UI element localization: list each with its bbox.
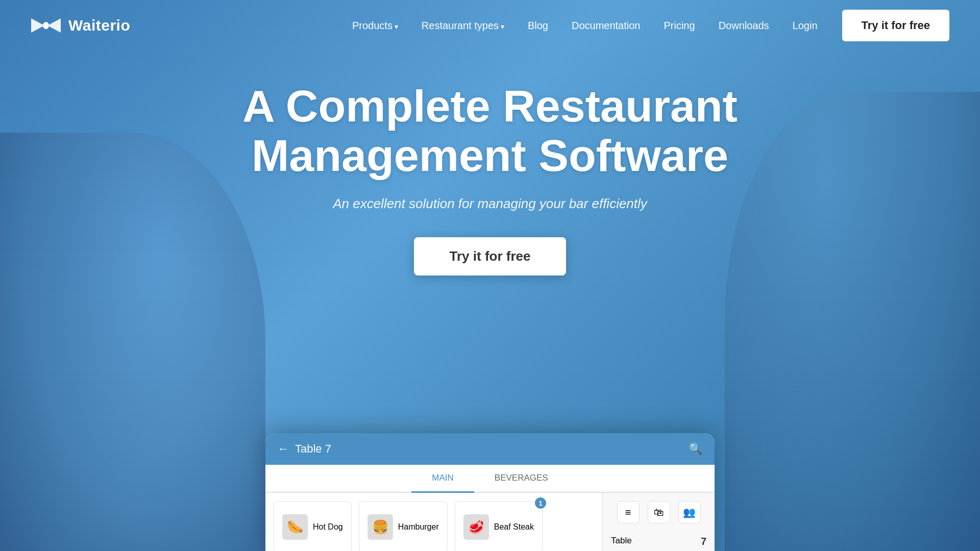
menu-item-hot-dog[interactable]: 🌭 Hot Dog [274,501,352,551]
nav-restaurant-types[interactable]: Restaurant types [412,16,513,36]
svg-point-2 [43,22,49,29]
order-icon-menu[interactable]: ≡ [617,501,640,523]
beef-steak-badge: 1 [535,497,546,509]
tab-beverages[interactable]: BEVERAGES [474,465,569,493]
order-panel-icons: ≡ 🛍 👥 [611,501,706,523]
hot-dog-label: Hot Dog [313,522,343,532]
logo-bowtie-icon [31,16,61,35]
tab-main[interactable]: MAIN [411,465,474,493]
hot-dog-image: 🌭 [282,514,308,540]
menu-items-grid: 🌭 Hot Dog 🍔 Hamburger 1 🥩 Beaf Steak [265,493,602,551]
hamburger-image: 🍔 [368,514,393,540]
nav-pricing[interactable]: Pricing [654,16,704,36]
svg-marker-1 [47,18,61,33]
menu-item-beef-steak[interactable]: 1 🥩 Beaf Steak [455,501,543,551]
app-body: 🌭 Hot Dog 🍔 Hamburger 1 🥩 Beaf Steak [265,493,715,551]
hero-title-line1: A Complete Restaurant [242,81,738,131]
nav-documentation[interactable]: Documentation [562,16,650,36]
app-preview: ← Table 7 🔍 MAIN BEVERAGES 🌭 Hot Dog 🍔 [265,433,715,551]
hero-title: A Complete Restaurant Management Softwar… [184,82,796,181]
order-table-info: Table 7 [611,531,706,551]
app-table-label: Table 7 [295,442,331,456]
logo-text: Waiterio [68,17,130,34]
order-icon-bag[interactable]: 🛍 [648,501,670,523]
app-search-icon[interactable]: 🔍 [689,442,702,456]
beef-steak-label: Beaf Steak [494,522,534,532]
navbar-cta-button[interactable]: Try it for free [842,10,949,41]
hero-title-line2: Management Software [252,130,728,181]
back-arrow-icon[interactable]: ← [278,442,289,456]
hero-cta-button[interactable]: Try it for free [414,237,567,276]
nav-blog[interactable]: Blog [519,16,557,36]
svg-marker-0 [31,18,44,33]
hamburger-label: Hamburger [398,522,439,532]
nav-login[interactable]: Login [783,16,827,36]
nav-products[interactable]: Products [343,16,407,36]
beef-steak-image: 🥩 [463,514,489,540]
app-header-left: ← Table 7 [278,442,331,456]
app-header: ← Table 7 🔍 [265,433,715,465]
hero-subtitle: An excellent solution for managing your … [184,196,796,212]
hero-section: Waiterio Products Restaurant types Blog … [0,0,980,551]
order-icon-people[interactable]: 👥 [678,501,701,523]
nav-links: Products Restaurant types Blog Documenta… [343,16,827,36]
order-panel: ≡ 🛍 👥 Table 7 [602,493,715,551]
logo-link[interactable]: Waiterio [31,16,130,35]
order-table-label: Table [611,536,632,547]
app-tabs: MAIN BEVERAGES [265,465,715,493]
navbar: Waiterio Products Restaurant types Blog … [0,0,980,51]
nav-downloads[interactable]: Downloads [709,16,778,36]
hero-content: A Complete Restaurant Management Softwar… [184,82,796,276]
menu-item-hamburger[interactable]: 🍔 Hamburger [359,501,448,551]
order-table-value: 7 [701,536,706,547]
